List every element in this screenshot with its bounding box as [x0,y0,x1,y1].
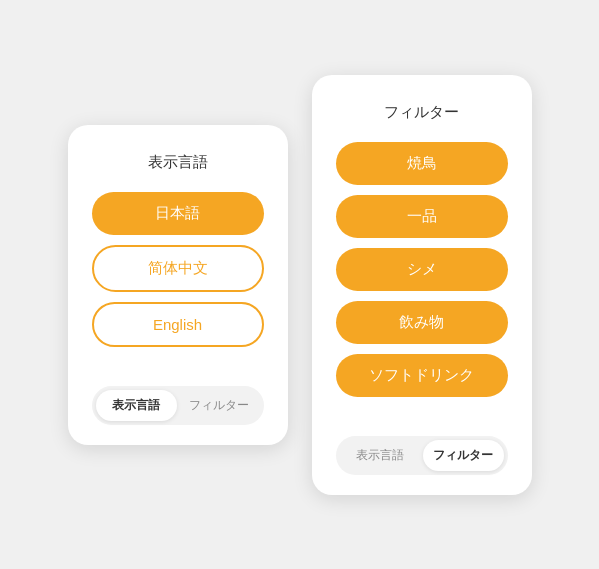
filter-button-softdrink[interactable]: ソフトドリンク [336,354,508,397]
filter-button-nomimono[interactable]: 飲み物 [336,301,508,344]
filter-button-shime[interactable]: シメ [336,248,508,291]
right-screen: フィルター 焼鳥 一品 シメ 飲み物 ソフトドリンク 表示言語 フィルター [312,75,532,495]
right-tab-filter[interactable]: フィルター [423,440,504,471]
left-tab-filter[interactable]: フィルター [179,390,260,421]
left-tab-language[interactable]: 表示言語 [96,390,177,421]
left-screen: 表示言語 日本語 简体中文 English 表示言語 フィルター [68,125,288,445]
filter-button-yakitori[interactable]: 焼鳥 [336,142,508,185]
left-screen-title: 表示言語 [92,153,264,172]
language-button-english[interactable]: English [92,302,264,347]
filter-button-ippin[interactable]: 一品 [336,195,508,238]
right-buttons-list: 焼鳥 一品 シメ 飲み物 ソフトドリンク [336,142,508,414]
language-button-japanese[interactable]: 日本語 [92,192,264,235]
language-button-chinese[interactable]: 简体中文 [92,245,264,292]
left-buttons-list: 日本語 简体中文 English [92,192,264,364]
right-bottom-tabs: 表示言語 フィルター [336,436,508,475]
right-screen-title: フィルター [336,103,508,122]
right-tab-language[interactable]: 表示言語 [340,440,421,471]
screens-container: 表示言語 日本語 简体中文 English 表示言語 フィルター フィルター 焼… [68,75,532,495]
left-bottom-tabs: 表示言語 フィルター [92,386,264,425]
